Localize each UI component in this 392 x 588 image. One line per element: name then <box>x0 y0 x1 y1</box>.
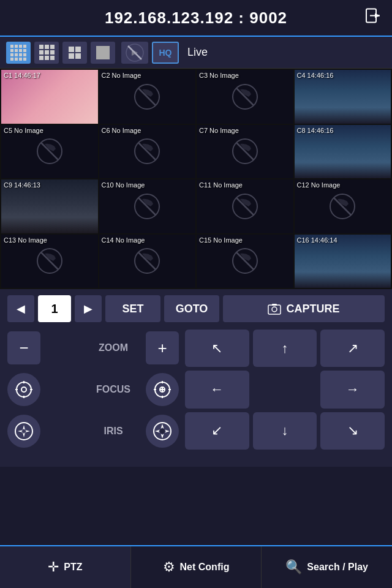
grid-2x2-button[interactable] <box>62 42 87 64</box>
camera-cell-c14[interactable]: C14 No Image <box>99 235 196 288</box>
camera-label-c14: C14 No Image <box>102 236 145 244</box>
no-image-icon <box>134 138 160 165</box>
set-button[interactable]: SET <box>105 295 160 322</box>
svg-point-18 <box>17 382 31 397</box>
search-icon: 🔍 <box>285 559 302 575</box>
camera-cell-c10[interactable]: C10 No Image <box>99 179 196 233</box>
camera-cell-c16[interactable]: C16 14:46:14 <box>295 235 391 288</box>
nav-ptz[interactable]: ✛ PTZ <box>0 546 131 588</box>
zoom-minus-row: − <box>7 330 75 366</box>
camera-cell-c12[interactable]: C12 No Image <box>295 179 391 233</box>
capture-icon <box>268 302 281 315</box>
toolbar: HQ Live <box>0 37 392 69</box>
prev-page-button[interactable]: ◀ <box>7 295 34 322</box>
no-image-icon <box>232 83 258 110</box>
grid-4x4-button[interactable] <box>6 42 31 64</box>
camera-cell-c6[interactable]: C6 No Image <box>99 125 196 179</box>
live-label: Live <box>187 46 208 59</box>
iris-label: IRIS <box>81 426 146 437</box>
svg-line-3 <box>128 46 141 59</box>
dir-e-button[interactable]: → <box>320 371 385 408</box>
dir-se-button[interactable]: ↘ <box>320 412 385 450</box>
camera-cell-c8[interactable]: C8 14:46:16 <box>295 125 391 179</box>
camera-label-c15: C15 No Image <box>199 236 243 244</box>
dir-s-button[interactable]: ↓ <box>253 412 317 450</box>
netconfig-icon: ⚙ <box>163 559 175 575</box>
zoom-minus-button[interactable]: − <box>7 331 40 364</box>
camera-label-c12: C12 No Image <box>297 181 341 189</box>
dir-center-button <box>253 371 317 408</box>
ptz-controls: − <box>7 330 385 450</box>
camera-cell-c1[interactable]: C1 14:46:17 <box>1 70 98 124</box>
camera-cell-c3[interactable]: C3 No Image <box>197 70 293 124</box>
camera-label-c16: C16 14:46:14 <box>297 236 337 244</box>
mid-controls: ZOOM + FOCUS <box>81 330 179 450</box>
controls-panel: ◀ 1 ▶ SET GOTO CAPTURE − <box>0 289 392 467</box>
camera-label-c10: C10 No Image <box>102 181 145 189</box>
mute-button[interactable] <box>121 42 148 64</box>
camera-cell-c4[interactable]: C4 14:46:16 <box>295 70 391 124</box>
iris-decrease-button[interactable] <box>7 415 40 448</box>
svg-rect-17 <box>272 304 277 306</box>
ptz-icon: ✛ <box>48 559 59 575</box>
dir-ne-button[interactable]: ↗ <box>320 330 385 367</box>
camera-label-c5: C5 No Image <box>4 127 43 134</box>
ip-address: 192.168.123.192 : 9002 <box>105 9 287 28</box>
grid-3x3-button[interactable] <box>34 42 59 64</box>
nav-netconfig-label: Net Config <box>180 562 230 573</box>
capture-button[interactable]: CAPTURE <box>223 295 385 322</box>
nav-ptz-label: PTZ <box>64 562 82 573</box>
iris-row: IRIS <box>81 413 179 450</box>
page-controls: ◀ 1 ▶ SET GOTO CAPTURE <box>7 295 385 322</box>
dir-nw-button[interactable]: ↖ <box>185 330 249 367</box>
camera-label-c9: C9 14:46:13 <box>4 181 40 189</box>
mute-icon <box>125 43 145 62</box>
no-image-icon <box>36 247 63 274</box>
no-image-icon <box>232 247 258 274</box>
focus-increase-button[interactable] <box>146 373 179 406</box>
dir-sw-button[interactable]: ↙ <box>185 412 249 450</box>
camera-cell-c2[interactable]: C2 No Image <box>99 70 196 124</box>
camera-cell-c15[interactable]: C15 No Image <box>197 235 293 288</box>
camera-cell-c5[interactable]: C5 No Image <box>1 125 98 179</box>
focus-minus-row <box>7 371 75 408</box>
nav-search-play[interactable]: 🔍 Search / Play <box>262 546 392 588</box>
bottom-nav: ✛ PTZ ⚙ Net Config 🔍 Search / Play <box>0 545 392 588</box>
svg-point-16 <box>272 307 277 312</box>
no-image-icon <box>36 138 63 165</box>
svg-point-19 <box>21 387 26 392</box>
camera-label-c13: C13 No Image <box>4 236 47 244</box>
dir-w-button[interactable]: ← <box>185 371 249 408</box>
hq-button[interactable]: HQ <box>152 42 179 64</box>
no-image-icon <box>134 247 160 274</box>
nav-net-config[interactable]: ⚙ Net Config <box>131 546 262 588</box>
grid-single-button[interactable] <box>91 42 115 64</box>
focus-row: FOCUS <box>81 371 179 408</box>
focus-label: FOCUS <box>81 384 146 395</box>
camera-label-c2: C2 No Image <box>102 72 141 79</box>
zoom-label: ZOOM <box>81 342 146 353</box>
camera-cell-c7[interactable]: C7 No Image <box>197 125 293 179</box>
iris-increase-button[interactable] <box>146 415 179 448</box>
left-controls: − <box>7 330 75 450</box>
camera-label-c11: C11 No Image <box>199 181 243 189</box>
goto-button[interactable]: GOTO <box>164 295 219 322</box>
header: 192.168.123.192 : 9002 <box>0 0 392 37</box>
camera-label-c8: C8 14:46:16 <box>297 127 334 134</box>
hq-label: HQ <box>159 48 172 58</box>
no-image-icon <box>134 193 160 220</box>
nav-searchplay-label: Search / Play <box>307 562 368 573</box>
camera-label-c7: C7 No Image <box>199 127 239 134</box>
zoom-row: ZOOM + <box>81 330 179 366</box>
no-image-icon <box>134 83 160 110</box>
no-image-icon <box>232 138 258 165</box>
focus-decrease-button[interactable] <box>7 373 40 406</box>
camera-cell-c13[interactable]: C13 No Image <box>1 235 98 288</box>
dir-n-button[interactable]: ↑ <box>253 330 317 367</box>
camera-label-c4: C4 14:46:16 <box>297 72 334 79</box>
exit-icon[interactable] <box>364 7 382 29</box>
zoom-plus-button[interactable]: + <box>146 331 179 364</box>
camera-cell-c9[interactable]: C9 14:46:13 <box>1 179 98 233</box>
camera-cell-c11[interactable]: C11 No Image <box>197 179 293 233</box>
next-page-button[interactable]: ▶ <box>75 295 102 322</box>
